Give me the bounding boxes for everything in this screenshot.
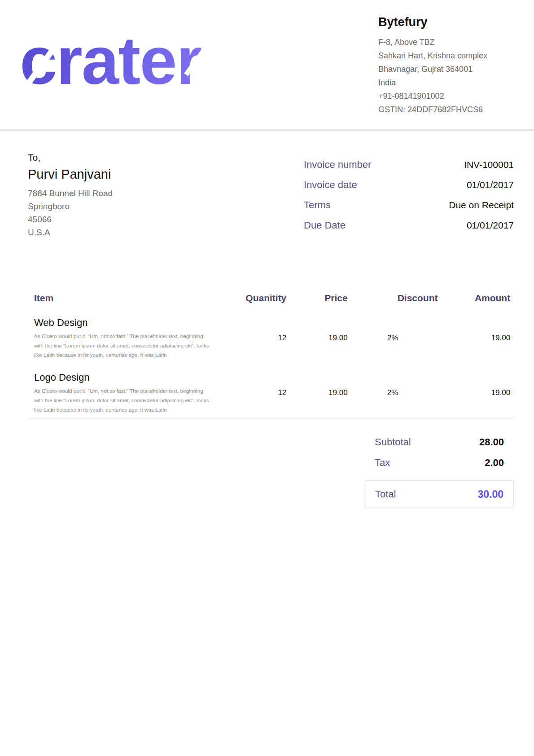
company-address: F-8, Above TBZSahkari Hart, Krishna comp… xyxy=(378,35,487,116)
subtotal-value: 28.00 xyxy=(479,436,504,448)
invoice-body: To, Purvi Panjvani 7884 Bunnel Hill Road… xyxy=(0,152,534,508)
subtotal-label: Subtotal xyxy=(375,436,411,448)
header-discount: Discount xyxy=(348,293,438,303)
header-item: Item xyxy=(34,293,233,303)
item-price: 19.00 xyxy=(286,334,347,343)
due-date-label: Due Date xyxy=(304,220,346,231)
item-price: 19.00 xyxy=(286,388,347,397)
invoice-date-label: Invoice date xyxy=(304,179,357,191)
item-name: Web Design xyxy=(34,316,233,330)
tax-label: Tax xyxy=(375,457,390,469)
bill-to-label: To, xyxy=(28,152,113,163)
invoice-header: crater Bytefury F-8, Above TBZSahkari Ha… xyxy=(0,0,534,131)
due-date-row: Due Date 01/01/2017 xyxy=(304,215,514,235)
item-cell: Web Design As Cicero would put it, “Um, … xyxy=(34,316,233,360)
totals-block: Subtotal 28.00 Tax 2.00 Total 30.00 xyxy=(365,432,514,508)
item-amount: 19.00 xyxy=(438,334,510,343)
bill-section: To, Purvi Panjvani 7884 Bunnel Hill Road… xyxy=(28,152,514,239)
invoice-number-row: Invoice number INV-100001 xyxy=(304,154,514,175)
item-name: Logo Design xyxy=(34,371,233,384)
subtotal-row: Subtotal 28.00 xyxy=(365,432,514,453)
total-value: 30.00 xyxy=(477,488,503,501)
terms-row: Terms Due on Receipt xyxy=(304,195,514,215)
customer-name: Purvi Panjvani xyxy=(28,167,113,182)
item-amount: 19.00 xyxy=(438,388,510,397)
invoice-meta: Invoice number INV-100001 Invoice date 0… xyxy=(304,154,514,239)
total-box: Total 30.00 xyxy=(365,480,514,508)
due-date-value: 01/01/2017 xyxy=(467,220,514,231)
table-bottom-divider xyxy=(28,418,514,419)
table-row: Web Design As Cicero would put it, “Um, … xyxy=(28,316,514,360)
item-discount: 2% xyxy=(348,388,438,397)
invoice-date-row: Invoice date 01/01/2017 xyxy=(304,175,514,195)
company-block: Bytefury F-8, Above TBZSahkari Hart, Kri… xyxy=(378,15,487,116)
item-quantity: 12 xyxy=(233,388,286,397)
item-description: As Cicero would put it, “Um, not so fast… xyxy=(34,387,233,415)
bill-to-block: To, Purvi Panjvani 7884 Bunnel Hill Road… xyxy=(28,152,113,239)
header-price: Price xyxy=(286,293,347,303)
terms-value: Due on Receipt xyxy=(449,200,514,211)
header-quantity: Quanitity xyxy=(233,293,286,303)
item-quantity: 12 xyxy=(233,334,286,343)
tax-row: Tax 2.00 xyxy=(365,453,514,473)
item-description: As Cicero would put it, “Um, not so fast… xyxy=(34,332,233,360)
table-row: Logo Design As Cicero would put it, “Um,… xyxy=(28,371,514,415)
tax-value: 2.00 xyxy=(485,457,504,469)
invoice-number-value: INV-100001 xyxy=(464,159,514,170)
invoice-number-label: Invoice number xyxy=(304,159,371,171)
item-cell: Logo Design As Cicero would put it, “Um,… xyxy=(34,371,233,415)
total-label: Total xyxy=(375,488,396,500)
terms-label: Terms xyxy=(304,199,331,211)
item-discount: 2% xyxy=(348,334,438,343)
company-name: Bytefury xyxy=(378,15,487,29)
header-amount: Amount xyxy=(438,293,510,303)
customer-address: 7884 Bunnel Hill RoadSpringboro45066U.S.… xyxy=(28,187,113,239)
items-table: Item Quanitity Price Discount Amount Web… xyxy=(28,293,514,419)
items-table-header: Item Quanitity Price Discount Amount xyxy=(28,293,514,305)
invoice-date-value: 01/01/2017 xyxy=(467,180,514,190)
